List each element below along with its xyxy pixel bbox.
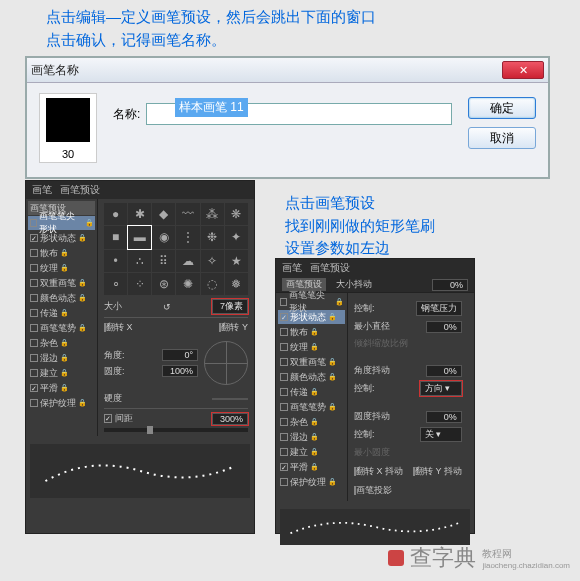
- checkbox-icon[interactable]: [30, 279, 38, 287]
- brush-thumbnail[interactable]: ▬: [128, 226, 151, 248]
- lock-icon: 🔒: [78, 399, 86, 407]
- cancel-button[interactable]: 取消: [468, 127, 536, 149]
- checkbox-icon[interactable]: [30, 294, 38, 302]
- check-item[interactable]: 颜色动态🔒: [28, 291, 95, 305]
- check-item[interactable]: 纹理🔒: [278, 340, 345, 354]
- check-item[interactable]: 传递🔒: [278, 385, 345, 399]
- check-item[interactable]: 散布🔒: [278, 325, 345, 339]
- brush-thumbnail[interactable]: ●: [104, 203, 127, 225]
- brush-thumbnail[interactable]: ⁘: [128, 273, 151, 295]
- brush-thumbnail[interactable]: 〰: [176, 203, 199, 225]
- checkbox-icon[interactable]: [30, 369, 38, 377]
- brush-thumbnail[interactable]: ◉: [152, 226, 175, 248]
- check-item[interactable]: 颜色动态🔒: [278, 370, 345, 384]
- hardness-value[interactable]: [212, 398, 248, 400]
- tab-brush[interactable]: 画笔: [32, 183, 52, 197]
- check-item[interactable]: 画笔笔势🔒: [278, 400, 345, 414]
- brush-thumbnail[interactable]: ★: [225, 250, 248, 272]
- checkbox-icon[interactable]: [30, 249, 38, 257]
- check-item[interactable]: 双重画笔🔒: [28, 276, 95, 290]
- check-item[interactable]: 双重画笔🔒: [278, 355, 345, 369]
- checkbox-icon[interactable]: [280, 418, 288, 426]
- brush-thumbnail[interactable]: ❋: [225, 203, 248, 225]
- check-item[interactable]: 画笔笔势🔒: [28, 321, 95, 335]
- check-item[interactable]: 湿边🔒: [28, 351, 95, 365]
- control2-dropdown[interactable]: 方向 ▾: [420, 381, 462, 396]
- min-diameter-value[interactable]: 0%: [426, 321, 462, 333]
- brush-thumbnail[interactable]: ⊛: [152, 273, 175, 295]
- spacing-slider[interactable]: [104, 428, 248, 432]
- check-item[interactable]: ✓平滑🔒: [28, 381, 95, 395]
- roundness-value[interactable]: 100%: [162, 365, 198, 377]
- spacing-checkbox[interactable]: ✓: [104, 414, 112, 423]
- checkbox-icon[interactable]: [280, 298, 287, 306]
- checkbox-icon[interactable]: [30, 264, 38, 272]
- checkbox-icon[interactable]: [280, 358, 288, 366]
- check-item[interactable]: 建立🔒: [28, 366, 95, 380]
- flip-reset-icon[interactable]: ↺: [163, 302, 171, 312]
- check-item[interactable]: 画笔笔尖形状🔒: [28, 216, 95, 230]
- brush-thumbnail[interactable]: ⋮: [176, 226, 199, 248]
- control3-dropdown[interactable]: 关 ▾: [420, 427, 462, 442]
- checkbox-icon[interactable]: [30, 324, 38, 332]
- checkbox-icon[interactable]: [280, 478, 288, 486]
- angle-jitter-value[interactable]: 0%: [426, 365, 462, 377]
- checkbox-icon[interactable]: [30, 309, 38, 317]
- checkbox-icon[interactable]: [280, 403, 288, 411]
- check-item[interactable]: 纹理🔒: [28, 261, 95, 275]
- checkbox-icon[interactable]: [280, 343, 288, 351]
- checkbox-icon[interactable]: [30, 399, 38, 407]
- checkbox-icon[interactable]: [30, 339, 38, 347]
- size-label: 大小: [104, 300, 122, 313]
- checkbox-icon[interactable]: [280, 373, 288, 381]
- brush-thumbnail[interactable]: •: [104, 250, 127, 272]
- check-item[interactable]: 湿边🔒: [278, 430, 345, 444]
- brush-thumbnail[interactable]: ◆: [152, 203, 175, 225]
- brush-thumbnail[interactable]: ✱: [128, 203, 151, 225]
- brush-thumbnail[interactable]: ❉: [201, 226, 224, 248]
- checkbox-icon[interactable]: ✓: [280, 463, 288, 471]
- brush-thumbnail[interactable]: ✦: [225, 226, 248, 248]
- brush-thumbnail[interactable]: ☁: [176, 250, 199, 272]
- checkbox-icon[interactable]: ✓: [280, 313, 288, 321]
- size-value[interactable]: 7像素: [212, 299, 248, 314]
- checkbox-icon[interactable]: [280, 433, 288, 441]
- brush-thumbnail[interactable]: ⁂: [201, 203, 224, 225]
- check-item[interactable]: 建立🔒: [278, 445, 345, 459]
- checkbox-icon[interactable]: [30, 354, 38, 362]
- close-button[interactable]: ✕: [502, 61, 544, 79]
- brush-thumbnail[interactable]: ✧: [201, 250, 224, 272]
- checkbox-icon[interactable]: [280, 388, 288, 396]
- check-item[interactable]: 保护纹理🔒: [28, 396, 95, 410]
- check-item[interactable]: ✓平滑🔒: [278, 460, 345, 474]
- checkbox-icon[interactable]: ✓: [30, 234, 38, 242]
- checkbox-icon[interactable]: [280, 448, 288, 456]
- checkbox-icon[interactable]: [280, 328, 288, 336]
- brush-thumbnail-grid[interactable]: ●✱◆〰⁂❋■▬◉⋮❉✦•∴⠿☁✧★⚬⁘⊛✺◌❅: [104, 203, 248, 295]
- angle-value[interactable]: 0°: [162, 349, 198, 361]
- angle-control-icon[interactable]: [204, 341, 248, 385]
- control1-dropdown[interactable]: 钢笔压力: [416, 301, 462, 316]
- tab-brush-presets[interactable]: 画笔预设: [60, 183, 100, 197]
- check-item[interactable]: 传递🔒: [28, 306, 95, 320]
- spacing-value[interactable]: 300%: [212, 413, 248, 425]
- brush-thumbnail[interactable]: ⠿: [152, 250, 175, 272]
- brush-thumbnail[interactable]: ⚬: [104, 273, 127, 295]
- brush-thumbnail[interactable]: ∴: [128, 250, 151, 272]
- size-jitter-value[interactable]: 0%: [432, 279, 468, 291]
- brush-thumbnail[interactable]: ✺: [176, 273, 199, 295]
- ok-button[interactable]: 确定: [468, 97, 536, 119]
- check-item[interactable]: 杂色🔒: [28, 336, 95, 350]
- check-item[interactable]: 杂色🔒: [278, 415, 345, 429]
- brush-thumbnail[interactable]: ❅: [225, 273, 248, 295]
- brush-thumbnail[interactable]: ◌: [201, 273, 224, 295]
- check-item[interactable]: 散布🔒: [28, 246, 95, 260]
- tab-brush-presets-r[interactable]: 画笔预设: [310, 261, 350, 275]
- checkbox-icon[interactable]: [30, 219, 37, 227]
- checkbox-icon[interactable]: ✓: [30, 384, 38, 392]
- roundness-jitter-value[interactable]: 0%: [426, 411, 462, 423]
- tab-brush-r[interactable]: 画笔: [282, 261, 302, 275]
- check-item[interactable]: 保护纹理🔒: [278, 475, 345, 489]
- brush-thumbnail[interactable]: ■: [104, 226, 127, 248]
- check-item[interactable]: 画笔笔尖形状🔒: [278, 295, 345, 309]
